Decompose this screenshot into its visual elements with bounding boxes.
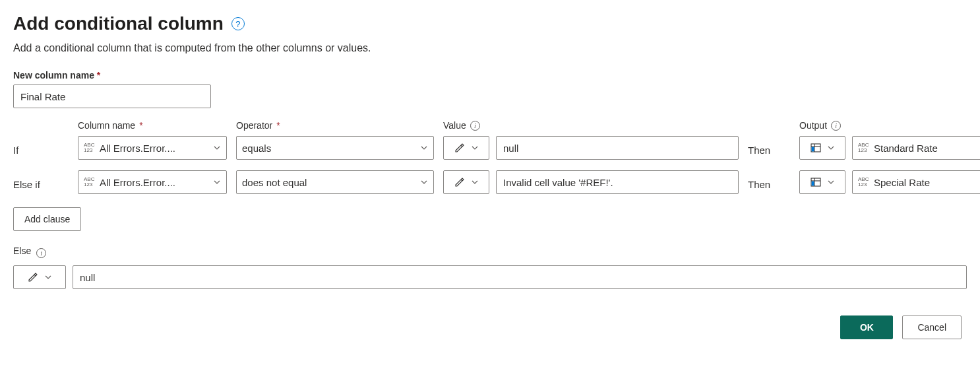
- operator-value: equals: [242, 143, 416, 154]
- output-cell: ABC123 Special Rate: [799, 170, 980, 194]
- then-label: Then: [748, 175, 790, 190]
- chevron-down-icon: [827, 144, 835, 152]
- value-type-picker[interactable]: [443, 170, 489, 194]
- required-asterisk: *: [139, 120, 142, 131]
- new-column-label-text: New column name: [13, 70, 94, 81]
- abc123-icon: ABC123: [84, 143, 96, 153]
- column-name-value: All Errors.Error....: [100, 143, 209, 154]
- new-column-input[interactable]: [13, 84, 211, 108]
- info-icon[interactable]: i: [831, 121, 841, 131]
- svg-rect-7: [812, 182, 814, 186]
- add-clause-button[interactable]: Add clause: [13, 207, 81, 231]
- column-select-icon: [810, 142, 822, 154]
- info-icon[interactable]: i: [36, 248, 46, 258]
- operator-value: does not equal: [242, 177, 416, 188]
- help-icon[interactable]: ?: [231, 17, 245, 30]
- svg-rect-3: [812, 147, 814, 152]
- column-select-icon: [810, 176, 822, 188]
- column-name-value: All Errors.Error....: [100, 177, 209, 188]
- header-output: Output i: [799, 120, 980, 131]
- operator-dropdown[interactable]: equals: [236, 136, 434, 160]
- value-type-picker[interactable]: [443, 136, 489, 160]
- chevron-down-icon: [44, 273, 52, 281]
- header-column-name: Column name *: [78, 120, 227, 131]
- chevron-down-icon: [827, 178, 835, 186]
- new-column-field: New column name *: [13, 70, 967, 108]
- header-value: Value i: [443, 120, 739, 131]
- header-operator: Operator *: [236, 120, 434, 131]
- value-input[interactable]: [496, 136, 739, 160]
- new-column-label: New column name *: [13, 70, 967, 81]
- output-type-picker[interactable]: [799, 170, 845, 194]
- chevron-down-icon: [213, 144, 221, 152]
- rules-header-row: Column name * Operator * Value i Output …: [13, 120, 967, 131]
- required-asterisk: *: [97, 70, 100, 81]
- else-section: Else i: [13, 246, 967, 289]
- else-value-input[interactable]: [73, 265, 967, 289]
- output-value: Standard Rate: [874, 143, 980, 154]
- header-column-name-text: Column name: [78, 120, 135, 131]
- value-input[interactable]: [496, 170, 739, 194]
- output-type-picker[interactable]: [799, 136, 845, 160]
- abc123-icon: ABC123: [84, 177, 96, 187]
- dialog-header: Add conditional column ?: [13, 13, 967, 34]
- clause-row: Else if ABC123 All Errors.Error.... does…: [13, 170, 967, 194]
- dialog-subtitle: Add a conditional column that is compute…: [13, 42, 967, 54]
- chevron-down-icon: [213, 178, 221, 186]
- ok-button[interactable]: OK: [840, 315, 893, 339]
- header-operator-text: Operator: [236, 120, 272, 131]
- column-name-dropdown[interactable]: ABC123 All Errors.Error....: [78, 170, 227, 194]
- output-value: Special Rate: [874, 177, 980, 188]
- chevron-down-icon: [471, 144, 479, 152]
- else-label: Else: [13, 246, 31, 256]
- abc123-icon: ABC123: [858, 177, 870, 187]
- output-column-dropdown[interactable]: ABC123 Special Rate: [852, 170, 980, 194]
- else-type-picker[interactable]: [13, 265, 66, 289]
- chevron-down-icon: [420, 178, 428, 186]
- then-label: Then: [748, 141, 790, 156]
- clause-keyword: If: [13, 141, 69, 156]
- info-icon[interactable]: i: [470, 121, 480, 131]
- value-cell: [443, 170, 739, 194]
- header-value-text: Value: [443, 120, 466, 131]
- chevron-down-icon: [420, 144, 428, 152]
- dialog-title: Add conditional column: [13, 13, 224, 34]
- operator-dropdown[interactable]: does not equal: [236, 170, 434, 194]
- pencil-icon: [454, 176, 466, 188]
- rules-area: Column name * Operator * Value i Output …: [13, 120, 967, 289]
- required-asterisk: *: [276, 120, 280, 131]
- pencil-icon: [454, 142, 466, 154]
- abc123-icon: ABC123: [858, 143, 870, 153]
- dialog-footer: OK Cancel: [13, 315, 967, 339]
- cancel-button[interactable]: Cancel: [902, 315, 962, 339]
- header-output-text: Output: [799, 120, 827, 131]
- value-cell: [443, 136, 739, 160]
- output-column-dropdown[interactable]: ABC123 Standard Rate: [852, 136, 980, 160]
- clause-keyword: Else if: [13, 175, 69, 190]
- clause-row: If ABC123 All Errors.Error.... equals: [13, 136, 967, 160]
- column-name-dropdown[interactable]: ABC123 All Errors.Error....: [78, 136, 227, 160]
- pencil-icon: [27, 271, 39, 283]
- output-cell: ABC123 Standard Rate: [799, 136, 980, 160]
- chevron-down-icon: [471, 178, 479, 186]
